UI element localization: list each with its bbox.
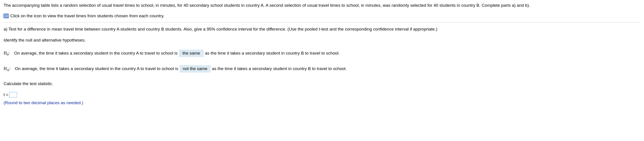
divider: [4, 22, 640, 22]
h0-label: H0:: [4, 50, 10, 57]
data-link-text[interactable]: Click on the icon to view the travel tim…: [10, 13, 164, 19]
rounding-hint: (Round to two decimal places as needed.): [4, 100, 640, 106]
data-link-row: Click on the icon to view the travel tim…: [4, 13, 640, 19]
t-statistic-input[interactable]: [10, 92, 17, 98]
h0-after-text: as the time it takes a secondary student…: [205, 50, 340, 56]
problem-intro: The accompanying table lists a random se…: [4, 2, 640, 9]
t-equals-label: t =: [4, 92, 8, 98]
calculate-instruction: Calculate the test statistic.: [4, 80, 640, 87]
t-statistic-row: t =: [4, 92, 640, 98]
ha-label: HA:: [4, 65, 10, 72]
ha-after-text: as the time it takes a secondary student…: [212, 66, 347, 72]
ha-before-text: On average, the time it takes a secondar…: [15, 66, 178, 72]
null-hypothesis-row: H0: On average, the time it takes a seco…: [4, 50, 640, 57]
h0-dropdown[interactable]: the same: [179, 50, 204, 57]
table-icon[interactable]: [4, 14, 8, 18]
identify-hypotheses-text: Identify the null and alternative hypoth…: [4, 37, 640, 44]
ha-dropdown[interactable]: not the same: [180, 65, 210, 72]
h0-before-text: On average, the time it takes a secondar…: [14, 50, 178, 56]
part-a-text: a) Test for a difference in mean travel …: [4, 26, 640, 32]
alt-hypothesis-row: HA: On average, the time it takes a seco…: [4, 65, 640, 72]
